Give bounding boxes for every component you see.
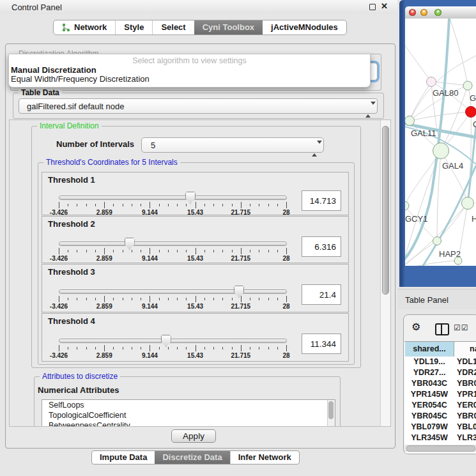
node-GAL-top[interactable] bbox=[463, 81, 472, 90]
slider-track[interactable] bbox=[59, 242, 287, 246]
node-GAL80[interactable] bbox=[427, 77, 436, 87]
tick-mark bbox=[177, 250, 178, 252]
tick-label: 28 bbox=[282, 352, 289, 359]
threshold-value-field[interactable]: 14.713 bbox=[302, 190, 341, 211]
table-horizontal-scrollbar[interactable] bbox=[404, 445, 476, 452]
table-row[interactable]: YER054CYER0 bbox=[404, 400, 476, 411]
tick-mark bbox=[250, 250, 250, 252]
network-graph[interactable]: GAL80GACGAL11GAL4GCY1HHAP2 bbox=[405, 19, 476, 266]
tick-mark bbox=[268, 347, 269, 349]
table-row[interactable]: YBR043CYBR0 bbox=[404, 378, 476, 389]
node-HAP2[interactable] bbox=[433, 237, 441, 245]
slider-handle[interactable] bbox=[234, 286, 244, 298]
attribute-list-item[interactable]: SelfLoops bbox=[42, 401, 335, 410]
dropdown-item-manual-discretization[interactable]: Manual Discretization bbox=[9, 66, 370, 75]
tab-network[interactable]: Network bbox=[54, 20, 115, 35]
pane-scrollbar[interactable] bbox=[380, 120, 390, 426]
number-of-intervals-label: Number of Intervals bbox=[56, 139, 134, 149]
threshold-value-field[interactable]: 11.344 bbox=[302, 334, 341, 354]
tick-mark bbox=[168, 298, 169, 300]
dropdown-placeholder-item[interactable]: Select algorithm to view settings bbox=[9, 56, 370, 66]
minimize-traffic-light[interactable] bbox=[420, 9, 427, 16]
tick-mark bbox=[123, 347, 123, 349]
tick-label: 9.144 bbox=[142, 352, 158, 359]
tick-mark bbox=[268, 250, 269, 252]
tab-style[interactable]: Style bbox=[115, 20, 152, 35]
node-GAL11[interactable] bbox=[405, 116, 415, 126]
slider-track[interactable] bbox=[59, 289, 287, 294]
tick-mark bbox=[77, 250, 77, 252]
table-data-value: galFiltered.sif default node bbox=[27, 102, 124, 111]
gear-icon[interactable]: ⚙ bbox=[411, 321, 420, 333]
table-row[interactable]: YDL19...YDL1 bbox=[404, 357, 476, 367]
edge[interactable] bbox=[405, 41, 431, 82]
slider-handle[interactable] bbox=[185, 192, 196, 204]
tick-mark bbox=[123, 298, 123, 300]
numerical-attributes-list[interactable]: SelfLoopsTopologicalCoefficientBetweenne… bbox=[42, 399, 335, 427]
tick-mark bbox=[204, 204, 205, 206]
tick-mark bbox=[141, 204, 141, 206]
tick-label: 28 bbox=[282, 303, 289, 310]
threshold-value-field[interactable]: 6.316 bbox=[302, 236, 341, 257]
tick-mark bbox=[259, 250, 259, 252]
node-red-node[interactable] bbox=[466, 107, 476, 118]
dropdown-item-equal-width[interactable]: Equal Width/Frequency Discretization bbox=[9, 75, 370, 84]
tab-select[interactable]: Select bbox=[152, 20, 194, 35]
tick-mark bbox=[95, 204, 96, 206]
float-window-icon[interactable] bbox=[369, 4, 376, 10]
slider-track[interactable] bbox=[59, 339, 287, 343]
slider-handle[interactable] bbox=[125, 238, 135, 250]
tick-label: 9.144 bbox=[142, 255, 158, 262]
edge-highlighted[interactable] bbox=[405, 19, 449, 265]
node-GAL4[interactable] bbox=[433, 143, 449, 159]
edge[interactable] bbox=[441, 151, 468, 203]
table-hscrollbar-thumb[interactable] bbox=[406, 445, 475, 452]
tick-mark bbox=[250, 298, 250, 300]
close-icon[interactable]: ✕ bbox=[381, 1, 388, 11]
zoom-traffic-light[interactable] bbox=[434, 9, 441, 16]
table-row[interactable]: YPR145WYPR1 bbox=[404, 389, 476, 400]
node-bottom-node[interactable] bbox=[454, 257, 462, 265]
checkbox-icons[interactable]: ☑☑ bbox=[454, 323, 469, 332]
attribute-list-item[interactable]: BetweennessCentrality bbox=[42, 421, 335, 427]
tab-impute-data[interactable]: Impute Data bbox=[92, 451, 155, 464]
tab-infer-network[interactable]: Infer Network bbox=[230, 451, 299, 464]
attribute-list-item[interactable]: TopologicalCoefficient bbox=[42, 411, 335, 420]
cell-name: YPR1 bbox=[457, 389, 476, 400]
table-row[interactable]: YLR345WYLR3 bbox=[404, 433, 476, 443]
table-row[interactable]: YDR27...YDR2 bbox=[404, 367, 476, 378]
apply-button[interactable]: Apply bbox=[171, 429, 216, 443]
edge[interactable] bbox=[405, 261, 458, 266]
network-view-canvas[interactable]: GAL80GACGAL11GAL4GCY1HHAP2 bbox=[405, 19, 476, 266]
list-scrollbar-thumb[interactable] bbox=[328, 401, 334, 419]
number-of-intervals-spinner[interactable]: 5 bbox=[141, 137, 324, 153]
table-row[interactable]: YBR045CYBR0 bbox=[404, 411, 476, 422]
node-GCY1[interactable] bbox=[405, 201, 409, 210]
column-header-shared[interactable]: shared... bbox=[405, 342, 454, 357]
split-columns-icon[interactable] bbox=[435, 323, 449, 335]
tick-mark bbox=[86, 204, 87, 206]
table-data-combobox[interactable]: galFiltered.sif default node bbox=[19, 98, 378, 114]
tick-mark bbox=[141, 347, 141, 349]
threshold-value-field[interactable]: 21.4 bbox=[302, 284, 341, 305]
slider-handle[interactable] bbox=[161, 335, 171, 347]
tab-jactivemnodules[interactable]: jActiveMNodules bbox=[263, 20, 346, 35]
pane-scrollbar-thumb[interactable] bbox=[382, 126, 389, 295]
close-traffic-light[interactable] bbox=[409, 9, 416, 16]
tick-mark bbox=[286, 296, 287, 302]
tab-cyni-toolbox[interactable]: Cyni Toolbox bbox=[194, 20, 263, 35]
top-tab-bar: Network Style Select Cyni Toolbox jActiv… bbox=[53, 20, 347, 35]
table-rows: YDL19...YDL1YDR27...YDR2YBR043CYBR0YPR14… bbox=[404, 357, 476, 454]
tick-mark bbox=[68, 250, 68, 252]
column-header-name[interactable]: na bbox=[470, 342, 476, 357]
slider-track[interactable] bbox=[59, 196, 287, 200]
tick-mark bbox=[259, 347, 259, 349]
list-scrollbar[interactable] bbox=[327, 400, 335, 427]
edge[interactable] bbox=[450, 19, 468, 86]
node-label: GA bbox=[470, 93, 476, 103]
edge[interactable] bbox=[437, 151, 441, 241]
tick-mark bbox=[113, 250, 114, 252]
table-row[interactable]: YBL079WYBL0 bbox=[404, 422, 476, 433]
tab-discretize-data[interactable]: Discretize Data bbox=[155, 451, 229, 464]
node-H-node[interactable] bbox=[462, 197, 474, 210]
